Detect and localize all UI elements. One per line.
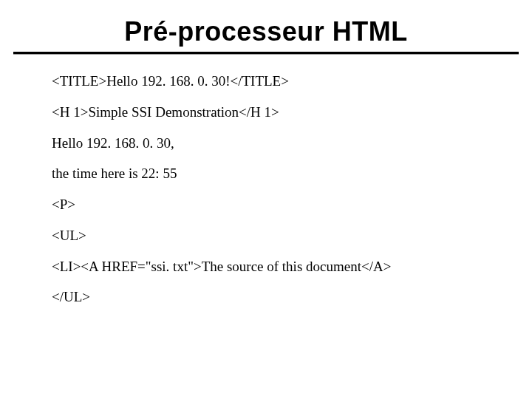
code-line: <LI><A HREF="ssi. txt">The source of thi… — [52, 258, 488, 276]
code-line: Hello 192. 168. 0. 30, — [52, 134, 488, 152]
code-line: <P> — [52, 196, 488, 214]
code-line: <TITLE>Hello 192. 168. 0. 30!</TITLE> — [52, 72, 488, 90]
code-line: <UL> — [52, 227, 488, 245]
slide: Pré-processeur HTML <TITLE>Hello 192. 16… — [0, 0, 532, 399]
code-line: </UL> — [52, 288, 488, 306]
slide-title: Pré-processeur HTML — [0, 16, 532, 47]
code-line: <H 1>Simple SSI Demonstration</H 1> — [52, 103, 488, 121]
title-underline — [13, 52, 519, 55]
code-line: the time here is 22: 55 — [52, 165, 488, 183]
title-area: Pré-processeur HTML — [0, 16, 532, 55]
code-body: <TITLE>Hello 192. 168. 0. 30!</TITLE> <H… — [52, 72, 488, 319]
